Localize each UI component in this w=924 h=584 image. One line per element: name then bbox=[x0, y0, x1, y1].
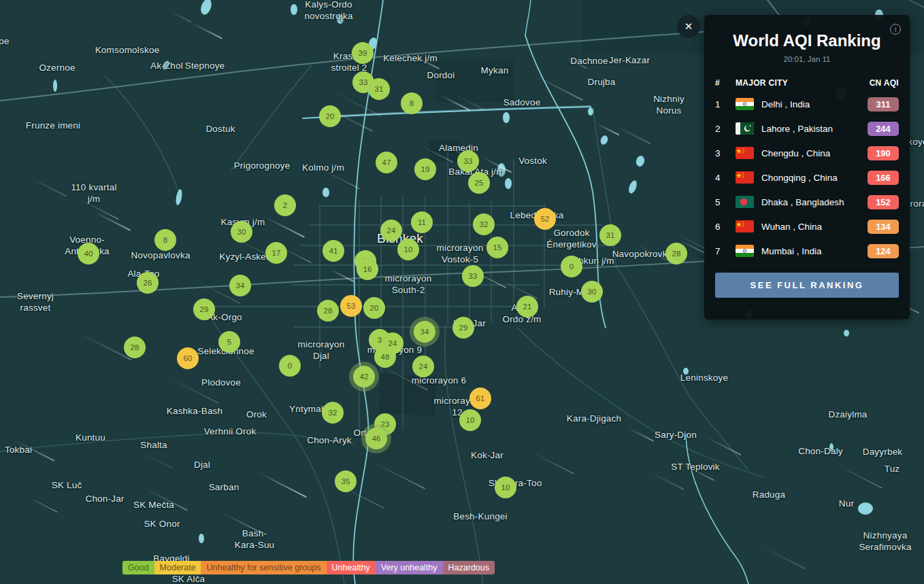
station-marker[interactable]: 21 bbox=[516, 296, 538, 317]
ranking-row[interactable]: 7Mumbai , India124 bbox=[715, 239, 899, 263]
column-rank: # bbox=[715, 78, 736, 88]
city-name: Chengdu , China bbox=[761, 148, 868, 158]
station-marker[interactable]: 26 bbox=[137, 272, 159, 294]
station-marker[interactable]: 10 bbox=[495, 477, 516, 498]
panel-title: World AQI Ranking bbox=[704, 31, 910, 50]
ranking-row[interactable]: 6Wuhan , China134 bbox=[715, 214, 899, 239]
city-name: Dhaka , Bangladesh bbox=[761, 197, 868, 207]
ranking-rows: 1Delhi , India3112Lahore , Pakistan2443C… bbox=[704, 92, 910, 263]
ranking-row[interactable]: 1Delhi , India311 bbox=[715, 92, 899, 116]
station-marker[interactable]: 29 bbox=[452, 317, 474, 339]
flag-bd-icon bbox=[736, 196, 754, 208]
rank-number: 2 bbox=[715, 124, 736, 134]
station-marker[interactable]: 60 bbox=[177, 347, 199, 369]
column-city: MAJOR CITY bbox=[736, 78, 865, 88]
flag-in-icon bbox=[736, 98, 754, 110]
rank-number: 5 bbox=[715, 197, 736, 207]
aqi-badge: 244 bbox=[868, 122, 899, 136]
station-marker[interactable]: 11 bbox=[411, 211, 433, 233]
station-marker[interactable]: 53 bbox=[340, 295, 362, 317]
station-marker[interactable]: 34 bbox=[229, 275, 251, 296]
station-marker[interactable]: 28 bbox=[317, 300, 339, 322]
aqi-badge: 311 bbox=[868, 97, 899, 111]
station-marker[interactable]: 40 bbox=[78, 243, 99, 264]
legend-item-good: Good bbox=[122, 561, 154, 574]
station-marker[interactable]: 16 bbox=[357, 258, 378, 280]
flag-cn-icon bbox=[736, 220, 754, 233]
station-marker[interactable]: 31 bbox=[599, 224, 621, 246]
station-marker[interactable]: 29 bbox=[193, 298, 215, 320]
station-marker[interactable]: 34 bbox=[414, 321, 435, 343]
station-marker[interactable]: 25 bbox=[468, 172, 490, 194]
ranking-row[interactable]: 2Lahore , Pakistan244 bbox=[715, 116, 899, 141]
station-marker[interactable]: 28 bbox=[665, 243, 687, 264]
station-marker[interactable]: 47 bbox=[376, 152, 397, 173]
station-marker[interactable]: 20 bbox=[319, 105, 341, 127]
station-marker[interactable]: 46 bbox=[365, 428, 387, 449]
station-marker[interactable]: 0 bbox=[279, 355, 301, 377]
station-marker[interactable]: 10 bbox=[397, 239, 419, 260]
ranking-row[interactable]: 5Dhaka , Bangladesh152 bbox=[715, 190, 899, 214]
station-marker[interactable]: 30 bbox=[581, 281, 603, 303]
station-marker[interactable]: 39 bbox=[352, 42, 374, 64]
info-icon[interactable]: i bbox=[890, 24, 901, 35]
station-marker[interactable]: 52 bbox=[534, 208, 556, 230]
ranking-row[interactable]: 3Chengdu , China190 bbox=[715, 141, 899, 165]
station-marker[interactable]: 8 bbox=[154, 229, 176, 251]
see-full-ranking-button[interactable]: SEE FULL RANKING bbox=[715, 273, 899, 298]
station-marker[interactable]: 5 bbox=[218, 331, 240, 353]
station-marker[interactable]: 33 bbox=[457, 150, 479, 172]
station-marker[interactable]: 10 bbox=[459, 409, 481, 431]
rank-number: 4 bbox=[715, 173, 736, 183]
legend-item-hazardous: Hazardous bbox=[443, 561, 495, 574]
station-marker[interactable]: 48 bbox=[374, 346, 396, 368]
station-marker[interactable]: 2 bbox=[274, 194, 296, 216]
station-marker[interactable]: 32 bbox=[473, 213, 495, 235]
column-aqi: CN AQI bbox=[865, 78, 899, 88]
flag-in-icon bbox=[736, 245, 754, 257]
close-button[interactable]: ✕ bbox=[677, 15, 700, 38]
city-name: Wuhan , China bbox=[761, 222, 868, 232]
city-name: Mumbai , India bbox=[761, 246, 868, 256]
station-marker[interactable]: 32 bbox=[322, 402, 344, 424]
station-marker[interactable]: 28 bbox=[124, 337, 146, 358]
legend-item-moderate: Moderate bbox=[154, 561, 201, 574]
ranking-panel: i World AQI Ranking 20:01, Jan 11 # MAJO… bbox=[704, 15, 910, 320]
station-marker[interactable]: 35 bbox=[335, 470, 357, 492]
aqi-badge: 190 bbox=[868, 146, 899, 160]
station-marker[interactable]: 24 bbox=[380, 220, 402, 241]
station-marker[interactable]: 31 bbox=[368, 78, 390, 100]
station-marker[interactable]: 61 bbox=[469, 388, 491, 409]
station-marker[interactable]: 30 bbox=[231, 221, 252, 243]
station-marker[interactable]: 42 bbox=[353, 366, 375, 388]
station-marker[interactable]: 41 bbox=[323, 240, 344, 262]
station-marker[interactable]: 8 bbox=[401, 92, 423, 114]
rank-number: 6 bbox=[715, 222, 736, 232]
aqi-badge: 134 bbox=[868, 220, 899, 234]
city-name: Chongqing , China bbox=[761, 173, 868, 183]
table-header: # MAJOR CITY CN AQI bbox=[704, 78, 910, 88]
close-icon: ✕ bbox=[684, 20, 693, 33]
panel-timestamp: 20:01, Jan 11 bbox=[704, 55, 910, 63]
aqi-badge: 124 bbox=[868, 244, 899, 258]
flag-cn-icon bbox=[736, 147, 754, 159]
ranking-row[interactable]: 4Chongqing , China166 bbox=[715, 165, 899, 190]
station-marker[interactable]: 20 bbox=[363, 297, 385, 319]
rank-number: 7 bbox=[715, 246, 736, 256]
rank-number: 1 bbox=[715, 99, 736, 109]
station-marker[interactable]: 0 bbox=[561, 256, 582, 277]
legend-item-very-unhealthy: Very unhealthy bbox=[376, 561, 443, 574]
rank-number: 3 bbox=[715, 148, 736, 158]
aqi-badge: 166 bbox=[868, 171, 899, 185]
flag-pk-icon bbox=[736, 122, 754, 135]
station-marker[interactable]: 24 bbox=[412, 356, 434, 377]
city-name: Delhi , India bbox=[761, 99, 868, 109]
station-marker[interactable]: 33 bbox=[462, 265, 484, 287]
legend-item-unhealthy: Unhealthy bbox=[327, 561, 376, 574]
station-marker[interactable]: 19 bbox=[414, 158, 436, 180]
city-name: Lahore , Pakistan bbox=[761, 124, 868, 134]
aqi-legend: GoodModerateUnhealthy for sensitive grou… bbox=[122, 561, 495, 574]
aqi-map[interactable]: oeKomsomolskoeOzernoeAk-ZholStepnoyeFrun… bbox=[0, 0, 924, 584]
station-marker[interactable]: 15 bbox=[486, 237, 508, 258]
station-marker[interactable]: 17 bbox=[265, 242, 287, 264]
